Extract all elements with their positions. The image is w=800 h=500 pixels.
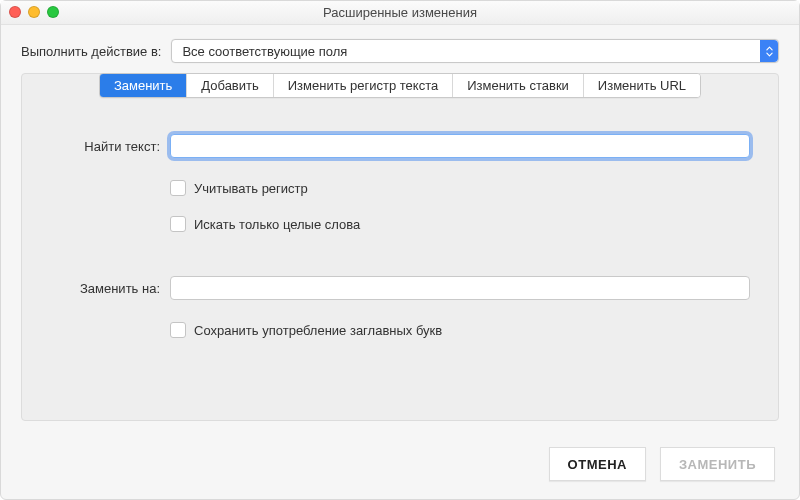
- scope-select-value: Все соответствующие поля: [182, 44, 347, 59]
- footer: ОТМЕНА ЗАМЕНИТЬ: [1, 435, 799, 499]
- tab-replace[interactable]: Заменить: [100, 74, 187, 97]
- chevron-updown-icon: [760, 40, 778, 62]
- whole-words-row[interactable]: Искать только целые слова: [170, 216, 750, 232]
- content: Заменить Добавить Изменить регистр текст…: [1, 73, 799, 435]
- close-icon[interactable]: [9, 6, 21, 18]
- match-case-label: Учитывать регистр: [194, 181, 308, 196]
- replace-row: Заменить на:: [50, 276, 750, 300]
- scope-row: Выполнить действие в: Все соответствующи…: [1, 25, 799, 73]
- replace-input[interactable]: [170, 276, 750, 300]
- zoom-icon[interactable]: [47, 6, 59, 18]
- titlebar: Расширенные изменения: [1, 1, 799, 25]
- whole-words-label: Искать только целые слова: [194, 217, 360, 232]
- window-controls: [9, 6, 59, 18]
- minimize-icon[interactable]: [28, 6, 40, 18]
- tab-change-case[interactable]: Изменить регистр текста: [274, 74, 453, 97]
- preserve-caps-row[interactable]: Сохранить употребление заглавных букв: [170, 322, 750, 338]
- tab-change-bids[interactable]: Изменить ставки: [453, 74, 584, 97]
- match-case-checkbox[interactable]: [170, 180, 186, 196]
- replace-label: Заменить на:: [50, 281, 160, 296]
- find-label: Найти текст:: [50, 139, 160, 154]
- preserve-caps-label: Сохранить употребление заглавных букв: [194, 323, 442, 338]
- scope-select[interactable]: Все соответствующие поля: [171, 39, 779, 63]
- find-input[interactable]: [170, 134, 750, 158]
- find-row: Найти текст:: [50, 134, 750, 158]
- submit-button[interactable]: ЗАМЕНИТЬ: [660, 447, 775, 481]
- panel: Заменить Добавить Изменить регистр текст…: [21, 73, 779, 421]
- tabs: Заменить Добавить Изменить регистр текст…: [22, 73, 778, 98]
- scope-label: Выполнить действие в:: [21, 44, 161, 59]
- form: Найти текст: Учитывать регистр Искать то…: [22, 98, 778, 378]
- match-case-row[interactable]: Учитывать регистр: [170, 180, 750, 196]
- tab-add[interactable]: Добавить: [187, 74, 273, 97]
- window-title: Расширенные изменения: [323, 5, 477, 20]
- whole-words-checkbox[interactable]: [170, 216, 186, 232]
- tabbar: Заменить Добавить Изменить регистр текст…: [99, 73, 701, 98]
- dialog-window: Расширенные изменения Выполнить действие…: [0, 0, 800, 500]
- cancel-button[interactable]: ОТМЕНА: [549, 447, 646, 481]
- preserve-caps-checkbox[interactable]: [170, 322, 186, 338]
- tab-change-url[interactable]: Изменить URL: [584, 74, 700, 97]
